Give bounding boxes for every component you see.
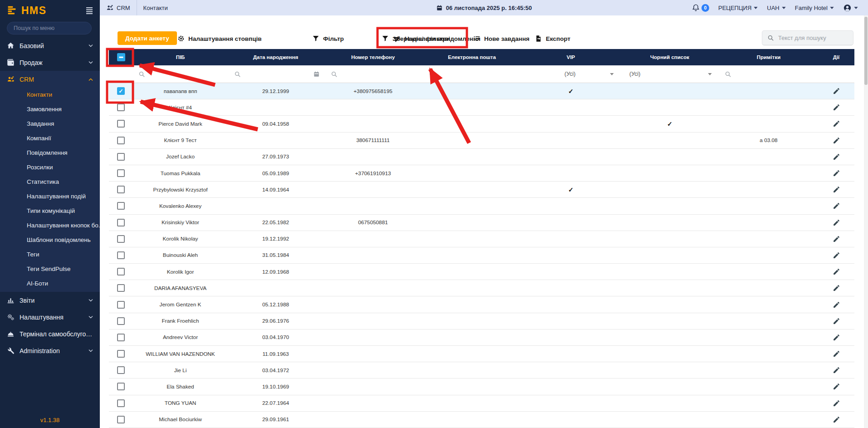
filter-email[interactable]	[422, 65, 521, 83]
export-button[interactable]: Експорт	[535, 34, 570, 43]
sidebar-subitem[interactable]: Завдання	[0, 117, 100, 131]
table-row[interactable]: Andreev Victor 03.04.1970	[109, 330, 854, 346]
sidebar-item-zvity[interactable]: Звіти	[0, 292, 100, 309]
menu-search-input[interactable]	[7, 22, 92, 34]
sidebar-subitem[interactable]: Шаблони повідомлень	[0, 233, 100, 247]
row-checkbox[interactable]	[117, 399, 125, 407]
scrollbar-thumb[interactable]	[864, 17, 868, 85]
edit-icon[interactable]	[833, 317, 840, 325]
row-checkbox[interactable]	[117, 153, 125, 161]
col-header-email[interactable]: Електронна пошта	[422, 49, 521, 65]
table-row[interactable]: Клієнт 9 Тест 380671111111 а 03.08	[109, 133, 854, 149]
sidebar-subitem[interactable]: Статистика	[0, 175, 100, 189]
col-header-blacklist[interactable]: Чорний список	[620, 49, 719, 65]
row-checkbox[interactable]	[117, 284, 125, 292]
edit-icon[interactable]	[833, 268, 840, 275]
table-row[interactable]: Korolik Nikolay 19.12.1992	[109, 231, 854, 247]
edit-icon[interactable]	[833, 169, 840, 177]
edit-icon[interactable]	[833, 334, 840, 341]
table-row[interactable]: Buinouski Aleh 31.05.1984	[109, 247, 854, 264]
row-checkbox[interactable]	[117, 366, 125, 374]
sidebar-subitem[interactable]: Налаштування подій	[0, 189, 100, 204]
calendar-icon[interactable]	[313, 71, 320, 78]
sidebar-item-administration[interactable]: Administration	[0, 342, 100, 359]
sidebar-subitem[interactable]: AI-Боти	[0, 276, 100, 291]
table-row[interactable]: Michael Bociurkiw 29.09.1961	[109, 412, 854, 428]
edit-icon[interactable]	[833, 383, 840, 390]
table-search-input[interactable]	[778, 34, 848, 41]
sidebar-item-prodazh[interactable]: Продаж	[0, 54, 100, 71]
filter-blacklist-select[interactable]: (Усі)	[620, 65, 719, 83]
table-row[interactable]: Przybylowski Krzysztof 14.09.1964 ✓	[109, 182, 854, 198]
row-checkbox[interactable]	[117, 334, 125, 341]
sidebar-subitem[interactable]: Контакти	[0, 88, 100, 102]
row-checkbox[interactable]	[117, 268, 125, 275]
send-message-button[interactable]: Надіслати повідомлення	[394, 34, 481, 43]
sidebar-subitem[interactable]: Теги	[0, 247, 100, 262]
row-checkbox[interactable]	[117, 301, 125, 309]
filter-dob[interactable]	[228, 65, 324, 83]
edit-icon[interactable]	[833, 251, 840, 259]
table-row[interactable]: Pierce David Mark 09.04.1958 ✓	[109, 116, 854, 132]
table-row[interactable]: Kovalenko Alexey	[109, 198, 854, 214]
row-checkbox[interactable]	[117, 186, 125, 193]
row-checkbox[interactable]	[117, 350, 125, 358]
edit-icon[interactable]	[833, 399, 840, 407]
filter-vip-select[interactable]: (Усі)	[521, 65, 620, 83]
row-checkbox[interactable]	[117, 202, 125, 210]
col-header-vip[interactable]: VIP	[521, 49, 620, 65]
table-row[interactable]: Jerom Gentzen K 05.12.1988	[109, 296, 854, 313]
sidebar-subitem[interactable]: Типи комунікацій	[0, 204, 100, 218]
edit-icon[interactable]	[833, 87, 840, 95]
row-checkbox[interactable]	[117, 383, 125, 390]
edit-icon[interactable]	[833, 284, 840, 292]
hotel-dropdown[interactable]: Family Hotel	[795, 5, 834, 11]
sidebar-subitem[interactable]: Налаштування кнопок бо...	[0, 218, 100, 233]
sidebar-item-bazovyi[interactable]: Базовий	[0, 37, 100, 54]
edit-icon[interactable]	[833, 301, 840, 309]
new-task-button[interactable]: Нове завдання	[473, 34, 530, 43]
edit-icon[interactable]	[833, 186, 840, 193]
table-row[interactable]: Krisinskiy Viktor 22.05.1982 0675050881	[109, 215, 854, 231]
row-checkbox[interactable]	[117, 137, 125, 144]
edit-icon[interactable]	[833, 366, 840, 374]
col-header-phone[interactable]: Номер телефону	[324, 49, 422, 65]
filter-button[interactable]: Фільтр	[312, 34, 344, 43]
edit-icon[interactable]	[833, 120, 840, 128]
row-checkbox[interactable]	[117, 103, 125, 111]
table-row[interactable]: Frank Froehlich 29.06.1976	[109, 313, 854, 330]
edit-icon[interactable]	[833, 235, 840, 243]
row-checkbox[interactable]	[117, 87, 125, 95]
vertical-scrollbar[interactable]	[864, 15, 868, 428]
sidebar-subitem[interactable]: Замовлення	[0, 102, 100, 117]
row-checkbox[interactable]	[117, 235, 125, 243]
add-contact-button[interactable]: Додати анкету	[118, 31, 177, 45]
table-row[interactable]: TONG YUAN 22.07.1964	[109, 395, 854, 412]
filter-name[interactable]	[133, 65, 228, 83]
row-checkbox[interactable]	[117, 251, 125, 259]
table-row[interactable]: Клієнт #4	[109, 99, 854, 116]
table-row[interactable]: павапапв впп 29.12.1999 +380975658195 ✓	[109, 83, 854, 99]
row-checkbox[interactable]	[117, 120, 125, 128]
user-menu[interactable]	[843, 4, 858, 12]
sidebar-subitem[interactable]: Повідомлення	[0, 146, 100, 160]
column-settings-button[interactable]: Налаштування стовпців	[177, 34, 262, 43]
col-header-notes[interactable]: Примітки	[719, 49, 818, 65]
edit-icon[interactable]	[833, 202, 840, 210]
breadcrumb-section[interactable]: CRM	[100, 0, 137, 15]
sidebar-subitem[interactable]: Теги SendPulse	[0, 262, 100, 276]
edit-icon[interactable]	[833, 350, 840, 358]
sidebar-subitem[interactable]: Розсилки	[0, 160, 100, 175]
table-row[interactable]: DARIA AFANASYEVA	[109, 280, 854, 296]
edit-icon[interactable]	[833, 103, 840, 111]
sidebar-item-terminal[interactable]: Термінал самообслуговува...	[0, 325, 100, 342]
table-row[interactable]: Korolik Igor 12.09.1968	[109, 264, 854, 280]
table-row[interactable]: Jozef Lacko 27.09.1973	[109, 149, 854, 165]
currency-dropdown[interactable]: UAH	[767, 5, 785, 11]
sidebar-collapse-icon[interactable]	[85, 7, 93, 14]
edit-icon[interactable]	[833, 137, 840, 144]
col-header-name[interactable]: ПІБ	[133, 49, 228, 65]
row-checkbox[interactable]	[117, 169, 125, 177]
table-row[interactable]: Jie Li 03.04.1972	[109, 362, 854, 379]
reception-dropdown[interactable]: РЕЦЕПЦИЯ	[718, 5, 758, 11]
